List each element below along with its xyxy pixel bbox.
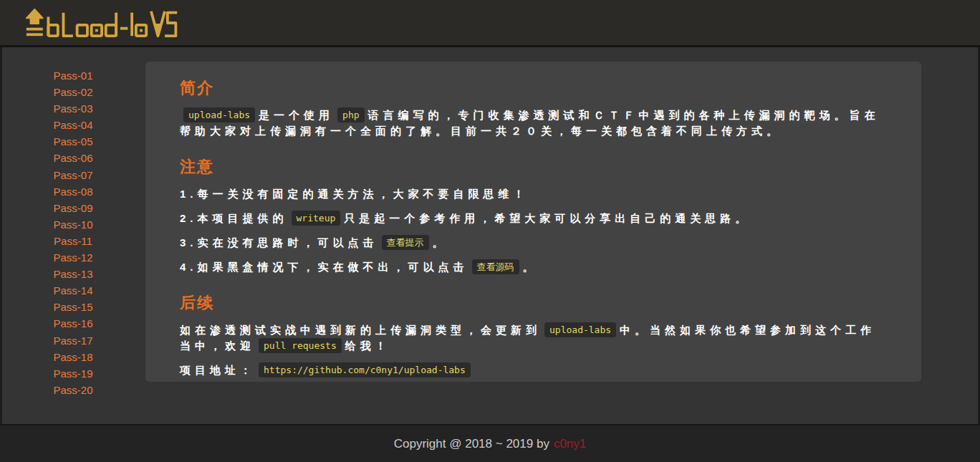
sidebar-item: Pass-15 (34, 299, 112, 315)
sidebar-item: Pass-16 (34, 315, 112, 332)
content-panel: 简介upload-labs是一个使用php语言编写的，专门收集渗透测试和ＣＴＦ中… (145, 62, 921, 382)
code-badge: php (337, 107, 364, 122)
sidebar-item: Pass-14 (34, 282, 112, 299)
text-run: 2.本项目提供的 (180, 212, 288, 224)
paragraph-notice: 2.本项目提供的writeup只是起一个参考作用，希望大家可以分享出自己的通关思… (180, 211, 887, 226)
sidebar-item: Pass-11 (34, 233, 112, 249)
section-heading-notice: 注意 (180, 156, 887, 178)
sidebar-item: Pass-10 (34, 216, 112, 233)
text-run: 。 (433, 236, 448, 249)
sidebar: Pass-01Pass-02Pass-03Pass-04Pass-05Pass-… (2, 47, 145, 398)
code-badge: writeup (292, 211, 341, 226)
sidebar-link-pass-16[interactable]: Pass-16 (53, 317, 92, 329)
sidebar-link-pass-08[interactable]: Pass-08 (53, 186, 92, 198)
text-run: 给我！ (345, 340, 390, 352)
code-badge: pull requests (259, 338, 342, 353)
text-run: 只是起一个参考作用，希望大家可以分享出自己的通关思路。 (344, 212, 750, 224)
sidebar-link-pass-20[interactable]: Pass-20 (53, 384, 92, 396)
sidebar-link-pass-03[interactable]: Pass-03 (53, 102, 92, 115)
sidebar-item: Pass-12 (34, 249, 112, 266)
code-badge: https://github.com/c0ny1/upload-labs (259, 362, 471, 377)
author-link[interactable]: c0ny1 (554, 437, 586, 451)
code-badge: 查看提示 (382, 235, 429, 250)
paragraph-followup: 项目地址：https://github.com/c0ny1/upload-lab… (180, 362, 887, 378)
sidebar-item: Pass-20 (34, 382, 112, 398)
sidebar-link-pass-07[interactable]: Pass-07 (53, 169, 92, 181)
sidebar-item: Pass-03 (34, 100, 112, 117)
sidebar-link-pass-11[interactable]: Pass-11 (54, 235, 92, 247)
main-area: Pass-01Pass-02Pass-03Pass-04Pass-05Pass-… (0, 47, 980, 424)
sidebar-link-pass-10[interactable]: Pass-10 (53, 218, 92, 231)
sidebar-link-pass-18[interactable]: Pass-18 (53, 351, 92, 363)
sidebar-link-pass-14[interactable]: Pass-14 (53, 284, 92, 297)
sidebar-link-pass-02[interactable]: Pass-02 (53, 86, 92, 98)
sidebar-item: Pass-04 (34, 117, 112, 133)
text-run: 3.实在没有思路时，可以点击 (180, 236, 378, 249)
upload-labs-logo[interactable]: upload-labs (21, 7, 183, 39)
sidebar-link-pass-19[interactable]: Pass-19 (53, 367, 92, 380)
paragraph-notice: 1.每一关没有固定的通关方法，大家不要自限思维！ (180, 186, 887, 202)
pass-list: Pass-01Pass-02Pass-03Pass-04Pass-05Pass-… (2, 67, 145, 398)
sidebar-link-pass-06[interactable]: Pass-06 (53, 152, 92, 164)
sidebar-item: Pass-13 (34, 266, 112, 282)
text-run: 项目地址： (180, 364, 255, 376)
upload-labs-logo-icon (21, 7, 183, 39)
text-run: 1.每一关没有固定的通关方法，大家不要自限思维！ (180, 188, 529, 200)
sidebar-item: Pass-09 (34, 200, 112, 216)
sidebar-link-pass-12[interactable]: Pass-12 (53, 251, 92, 264)
sidebar-item: Pass-06 (34, 150, 112, 166)
text-run: 4.如果黑盒情况下，实在做不出，可以点击 (180, 261, 469, 273)
sidebar-link-pass-15[interactable]: Pass-15 (53, 301, 92, 313)
sidebar-link-pass-17[interactable]: Pass-17 (53, 335, 92, 347)
sidebar-item: Pass-01 (34, 67, 112, 84)
text-run: 是一个使用 (259, 109, 334, 121)
sidebar-item: Pass-17 (34, 332, 112, 349)
sidebar-link-pass-04[interactable]: Pass-04 (53, 119, 92, 131)
text-run: 如在渗透测试实战中遇到新的上传漏洞类型，会更新到 (180, 324, 541, 336)
app-header: upload-labs (0, 0, 980, 47)
code-badge: upload-labs (544, 322, 616, 337)
sidebar-item: Pass-19 (34, 365, 112, 382)
sidebar-item: Pass-08 (34, 183, 112, 200)
paragraph-notice: 4.如果黑盒情况下，实在做不出，可以点击查看源码。 (180, 259, 887, 275)
sidebar-link-pass-05[interactable]: Pass-05 (53, 135, 92, 148)
code-badge: upload-labs (183, 107, 255, 122)
text-run: 。 (523, 261, 538, 273)
sidebar-link-pass-13[interactable]: Pass-13 (53, 268, 92, 280)
paragraph-followup: 如在渗透测试实战中遇到新的上传漏洞类型，会更新到upload-labs中。当然如… (180, 322, 887, 354)
sidebar-link-pass-01[interactable]: Pass-01 (53, 69, 92, 82)
sidebar-item: Pass-02 (34, 84, 112, 100)
copyright-text: Copyright @ 2018 ~ 2019 by (394, 437, 549, 451)
sidebar-item: Pass-18 (34, 349, 112, 365)
app-footer: Copyright @ 2018 ~ 2019 by c0ny1 (0, 424, 980, 462)
sidebar-item: Pass-07 (34, 167, 112, 183)
sidebar-item: Pass-05 (34, 133, 112, 150)
paragraph-notice: 3.实在没有思路时，可以点击查看提示。 (180, 235, 887, 251)
paragraph-intro: upload-labs是一个使用php语言编写的，专门收集渗透测试和ＣＴＦ中遇到… (180, 107, 887, 139)
section-heading-intro: 简介 (180, 77, 887, 99)
code-badge: 查看源码 (472, 259, 519, 274)
sidebar-link-pass-09[interactable]: Pass-09 (53, 202, 92, 214)
page-root: upload-labs Pass-01Pass-02Pass-03Pass-04… (0, 0, 980, 462)
section-heading-followup: 后续 (180, 292, 887, 314)
